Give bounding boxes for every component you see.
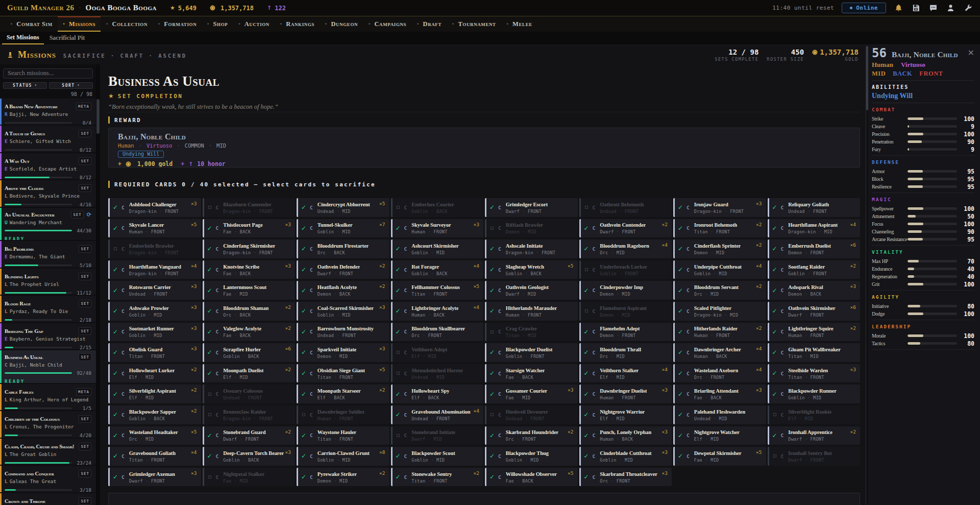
- mission-list-item[interactable]: Blood Rage SET ⟳ LPyrdaz, Ready To Die 2…: [0, 296, 96, 322]
- sort-button[interactable]: SORT ▾: [49, 82, 93, 89]
- nav-tab[interactable]: ‣ Melee: [501, 16, 537, 32]
- sacrifice-card[interactable]: ✓ C Flamehelm Adept Demon · FRONT: [579, 323, 672, 342]
- sacrifice-card[interactable]: ✓ C Flameburst Aspirant Demon · MID: [579, 302, 672, 321]
- sacrifice-card[interactable]: ✓ C Grimledger Axeman Dwarf · FRONT ×3: [108, 468, 201, 487]
- sacrifice-card[interactable]: ✓ C Dawnbringer Archer Human · BACK ×4: [673, 343, 766, 362]
- sacrifice-card[interactable]: ✓ C Lanternmoss Scout Fae · MID: [203, 281, 296, 300]
- sacrifice-card[interactable]: ✓ C Steelhide Warden Titan · FRONT ×3: [768, 364, 861, 383]
- sacrifice-card[interactable]: ✓ C Hollowheart Lurker Elf · MID ×2: [108, 364, 201, 383]
- nav-tab[interactable]: ‣ Dungeon: [320, 16, 363, 32]
- search-input[interactable]: [3, 68, 93, 79]
- nav-tab[interactable]: ‣ Combat Sim: [5, 16, 58, 32]
- nav-tab[interactable]: ‣ Missions: [58, 16, 101, 32]
- sacrifice-card[interactable]: ✓ C Thistlecourt Page Fae · BACK ×3: [203, 219, 296, 238]
- sacrifice-card[interactable]: ✓ C Palehand Fleshwarden Undead · MID: [673, 405, 766, 424]
- sacrifice-card[interactable]: ✓ C Rotswarm Carrier Undead · FRONT ×3: [108, 281, 201, 300]
- sacrifice-card[interactable]: ✓ C Blazeborn Contender Dragon-kin · FRO…: [203, 198, 296, 217]
- sacrifice-card[interactable]: ✓ C Carrion-Clawed Grunt Goblin · MID ×8: [297, 447, 389, 466]
- sacrifice-card[interactable]: ✓ C Nightpetal Stalker Fae · MID: [203, 468, 296, 487]
- sacrifice-card[interactable]: ✓ C Briarling Attendant Fae · BACK ×3: [673, 384, 766, 403]
- sacrifice-card[interactable]: ✓ C Underpipe Cutthroat Goblin · MID ×4: [673, 260, 766, 279]
- sacrifice-card[interactable]: ✓ C Hushveil Devourer Undead · FRONT: [485, 405, 578, 424]
- sacrifice-card[interactable]: ✓ C Knotvine Scribe Fae · BACK ×3: [203, 260, 296, 279]
- mission-list-item[interactable]: A Brand New Adventure META ⟳ RBajji, New…: [0, 99, 96, 125]
- chat-icon[interactable]: [928, 3, 938, 13]
- sacrifice-card[interactable]: ✓ C Nightgrove Watcher Elf · MID: [673, 426, 766, 445]
- sacrifice-card[interactable]: ✓ C Blooddrum Thrall Orc · MID: [579, 343, 672, 362]
- sacrifice-card[interactable]: ✓ C Sootfang Raider Goblin · FRONT ×2: [768, 260, 861, 279]
- sacrifice-card[interactable]: ✓ C Skarbrand Houndrider Orc · FRONT ×2: [485, 426, 578, 445]
- sacrifice-card[interactable]: ✓ C Underbreach Lurker Goblin · FRONT: [579, 260, 672, 279]
- nav-tab[interactable]: ‣ Rankings: [275, 16, 320, 32]
- sacrifice-card[interactable]: ✓ C Ossuary Colossus Undead · FRONT: [203, 384, 296, 403]
- sacrifice-card[interactable]: ✓ C Fellhammer Colossus Titan · FRONT ×5: [391, 281, 484, 300]
- sacrifice-card[interactable]: ✓ C Grimledger Escort Dwarf · FRONT: [485, 198, 578, 217]
- sacrifice-card[interactable]: ✓ C Slagheap Wretch Goblin · BACK ×5: [485, 260, 578, 279]
- sacrifice-card[interactable]: ✓ C Waystone Hauler Titan · FRONT: [297, 426, 389, 445]
- close-icon[interactable]: ×: [968, 49, 974, 57]
- sacrifice-card[interactable]: ✓ C Deep-Cavern Torch Bearer Goblin · BA…: [203, 447, 296, 466]
- sacrifice-card[interactable]: ✓ C Obsidian Siege Giant Titan · FRONT ×…: [297, 364, 389, 383]
- sacrifice-card[interactable]: ✓ C Skarbrand Throatcleaver Orc · FRONT …: [579, 468, 672, 487]
- sacrifice-card[interactable]: ✓ C Stonewake Sentry Titan · FRONT ×2: [391, 468, 484, 487]
- nav-tab[interactable]: ‣ Campaigns: [363, 16, 411, 32]
- sacrifice-card[interactable]: ✓ C Lightbringer Squire Human · FRONT ×2: [768, 323, 861, 342]
- sacrifice-card[interactable]: ✓ C Cinderflash Sprinter Demon · MID ×2: [673, 239, 766, 258]
- sacrifice-card[interactable]: ✓ C Stonebrand Initiate Dwarf · MID: [391, 426, 484, 445]
- sacrifice-card[interactable]: ✓ C Riftlash Brawler Demon · MID: [485, 219, 578, 238]
- sacrifice-card[interactable]: ✓ C Ashcourt Skirmisher Goblin · MID: [391, 239, 484, 258]
- sacrifice-card[interactable]: ✓ C Obelisk Guard Titan · FRONT ×3: [108, 343, 201, 362]
- sacrifice-card[interactable]: ✓ C Blooddrum Shaman Orc · BACK ×2: [203, 302, 296, 321]
- mission-list-item[interactable]: Clash, Crash, Crush and Smash! SET ⟳ LTh…: [0, 439, 96, 465]
- sacrifice-card[interactable]: ✓ C Gravebound Abomination Undead · FRON…: [391, 405, 484, 424]
- sacrifice-card[interactable]: ✓ C Gloam Pit Wallbreaker Titan · MID: [768, 343, 861, 362]
- sacrifice-card[interactable]: ✓ C Cindercrypt Abhorrent Undead · MID ×…: [297, 198, 389, 217]
- sacrifice-card[interactable]: ✓ C Silverblight Rookie Elf · MID: [768, 405, 861, 424]
- sacrifice-card[interactable]: ✓ C Ashspark Rival Demon · BACK ×3: [768, 281, 861, 300]
- nav-tab[interactable]: ‣ Auction: [233, 16, 275, 32]
- sacrifice-card[interactable]: ✓ C Nightgrove Warrior Elf · MID: [579, 405, 672, 424]
- mission-list-item[interactable]: A Touch of Genius SET ⟳ ESchiere, Gifted…: [0, 126, 96, 152]
- sacrifice-card[interactable]: ✓ C Veilthorn Adept Elf · MID: [391, 343, 484, 362]
- sacrifice-card[interactable]: ✓ C Gravebound Goliath Titan · FRONT ×4: [108, 447, 201, 466]
- sacrifice-card[interactable]: ✓ C Oathrott Behemoth Undead · FRONT: [579, 198, 672, 217]
- sacrifice-card[interactable]: ✓ C Ironhall Apprentice Dwarf · FRONT ×2: [768, 426, 861, 445]
- mission-list-item[interactable]: Above the Clouds SET ⟳ LBedivere, Skyval…: [0, 180, 96, 207]
- mission-list-item[interactable]: Bridging The Gap SET ⟳ EBaybern, Genius …: [0, 323, 96, 350]
- sacrifice-card[interactable]: ✓ C Blackpowder Thug Goblin · MID: [485, 447, 578, 466]
- sacrifice-card[interactable]: ✓ C Stonebrand Guard Dwarf · FRONT ×2: [203, 426, 296, 445]
- mission-list-item[interactable]: Command and Conquer SET ⟳ LGaleas The Gr…: [0, 466, 96, 492]
- sacrifice-card[interactable]: ✓ C Lightbringer Acolyte Human · BACK ×4: [391, 302, 484, 321]
- sacrifice-card[interactable]: ✓ C Ashblood Challenger Dragon-kin · FRO…: [108, 198, 201, 217]
- sacrifice-card[interactable]: ✓ C Wasteland Headtaker Orc · MID ×5: [108, 426, 201, 445]
- sacrifice-card[interactable]: ✓ C Dawnbringer Soldier Human · FRONT: [297, 405, 389, 424]
- sacrifice-card[interactable]: ✓ C Veilthorn Stalker Elf · MID ×4: [579, 364, 672, 383]
- sacrifice-card[interactable]: ✓ C Barrowborn Monstrosity Undead · FRON…: [297, 323, 389, 342]
- sacrifice-card[interactable]: ✓ C Hitherlands Raider Human · FRONT ×2: [673, 323, 766, 342]
- sacrifice-card[interactable]: ✓ C Oathvein Skirmisher Dwarf · FRONT ×6: [768, 302, 861, 321]
- sub-tab[interactable]: Sacrificial Pit: [45, 32, 90, 44]
- sacrifice-card[interactable]: ✓ C Cinderblade Cutthroat Goblin · MID ×…: [579, 447, 672, 466]
- sidebar-scrollbar-thumb[interactable]: [96, 99, 100, 134]
- sacrifice-card[interactable]: ✓ C Tunnel-Skulker Goblin · MID ×7: [297, 219, 389, 238]
- sacrifice-card[interactable]: ✓ C Rot Forager Goblin · BACK ×4: [391, 260, 484, 279]
- sacrifice-card[interactable]: ✓ C Gossamer Courier Fae · MID ×3: [485, 384, 578, 403]
- sacrifice-card[interactable]: ✓ C Reliquary Goliath Undead · FRONT: [768, 198, 861, 217]
- sacrifice-card[interactable]: ✓ C Valeglow Acolyte Fae · BACK ×2: [203, 323, 296, 342]
- sacrifice-card[interactable]: ✓ C Silverblight Aspirant Elf · MID ×2: [108, 384, 201, 403]
- sacrifice-card[interactable]: ✓ C Blooddrum Rageborn Orc · MID ×4: [579, 239, 672, 258]
- sacrifice-card[interactable]: ✓ C Ashscale Initiate Dragon-kin · FRONT: [485, 239, 578, 258]
- sacrifice-card[interactable]: ✓ C Ironroot Behemoth Titan · FRONT ×2: [673, 219, 766, 238]
- mission-list-item[interactable]: Cable Fables META ⟳ LKing Arthur, Hero o…: [0, 384, 96, 411]
- sacrifice-card[interactable]: ✓ C Ironjaw Guard Dragon-kin · FRONT ×3: [673, 198, 766, 217]
- sacrifice-card[interactable]: ✓ C Moonpath Starseer Elf · BACK ×2: [297, 384, 389, 403]
- sacrifice-card[interactable]: ✓ C Crag Crawler Titan · MID: [485, 323, 578, 342]
- sacrifice-card[interactable]: ✓ C Ashwake Prowler Goblin · MID ×3: [108, 302, 201, 321]
- sacrifice-card[interactable]: ✓ C Ironhall Sentry Bot Dwarf · FRONT: [768, 447, 861, 466]
- sacrifice-card[interactable]: ✓ C Blackpowder Sapper Goblin · BACK ×2: [108, 405, 201, 424]
- sacrifice-card[interactable]: ✓ C Skyvale Surveyor Human · FRONT ×3: [391, 219, 484, 238]
- panel-scrollbar-thumb[interactable]: [866, 46, 868, 110]
- sacrifice-card[interactable]: ✓ C Starsign Watcher Fae · BACK: [485, 364, 578, 383]
- sacrifice-card[interactable]: ✓ C Oathvein Defender Dwarf · FRONT ×2: [297, 260, 389, 279]
- save-icon[interactable]: [911, 3, 921, 13]
